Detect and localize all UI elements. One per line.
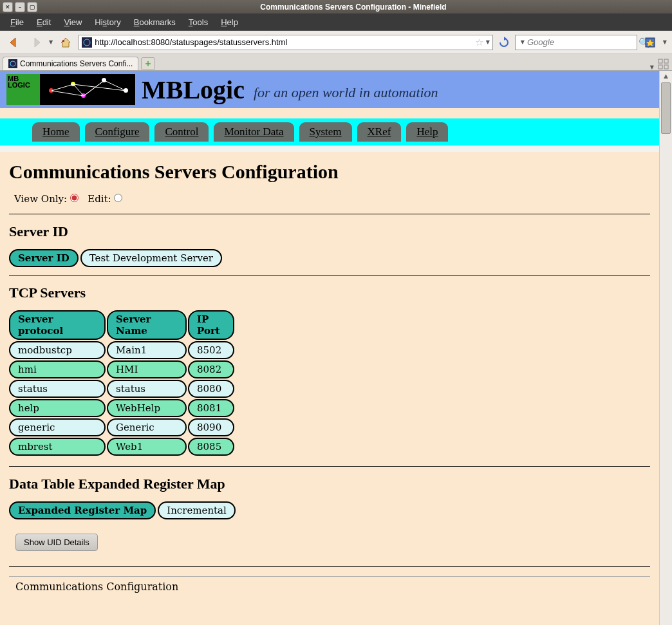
menu-help[interactable]: Help: [216, 16, 243, 28]
table-row: status status 8080: [9, 380, 650, 398]
tcp-servers-heading: TCP Servers: [9, 285, 650, 301]
tcp-header-protocol: Server protocol: [9, 310, 106, 340]
table-row: modbustcp Main1 8502: [9, 341, 650, 359]
menu-tools[interactable]: Tools: [183, 16, 213, 28]
svg-rect-10: [658, 59, 662, 63]
table-row: help WebHelp 8081: [9, 399, 650, 417]
bookmarks-sidebar-button[interactable]: [641, 33, 659, 51]
server-id-label: Server ID: [9, 249, 79, 267]
server-id-value: Test Development Server: [80, 249, 222, 267]
new-tab-button[interactable]: ＋: [141, 57, 155, 70]
home-button[interactable]: [57, 33, 75, 51]
edit-radio[interactable]: [114, 194, 122, 202]
nav-help[interactable]: Help: [406, 122, 448, 142]
tabs-dropdown[interactable]: ▼: [650, 64, 654, 70]
svg-rect-1: [82, 37, 92, 48]
nav-system[interactable]: System: [299, 122, 352, 142]
menu-history[interactable]: History: [89, 16, 126, 28]
page-title: Communications Servers Configuration: [9, 161, 650, 183]
star-bookmark-icon[interactable]: ☆: [475, 37, 483, 48]
svg-rect-13: [664, 65, 668, 69]
url-bar-container[interactable]: ☆ ▼: [79, 35, 493, 50]
tcp-header-port: IP Port: [188, 310, 234, 340]
overflow-dropdown[interactable]: ▼: [663, 39, 667, 45]
svg-rect-8: [8, 59, 17, 68]
reload-button[interactable]: [497, 33, 511, 51]
brand-title: MBLogic: [142, 75, 245, 105]
show-uid-details-button[interactable]: Show UID Details: [15, 534, 98, 551]
search-box[interactable]: ▼ 🔍: [515, 35, 637, 50]
url-input[interactable]: [95, 37, 472, 47]
menu-bookmarks[interactable]: Bookmarks: [129, 16, 181, 28]
nav-home[interactable]: Home: [32, 122, 80, 142]
menu-bar: File Edit View History Bookmarks Tools H…: [0, 14, 672, 31]
svg-rect-0: [62, 40, 64, 42]
view-only-label: View Only:: [14, 193, 67, 205]
window-minimize-button[interactable]: –: [15, 2, 25, 12]
regmap-value: Incremental: [158, 501, 236, 519]
tab-groups-icon[interactable]: [658, 59, 669, 70]
url-dropdown[interactable]: ▼: [486, 39, 490, 45]
nav-history-dropdown[interactable]: ▼: [49, 39, 53, 45]
regmap-heading: Data Table Expanded Register Map: [9, 476, 650, 492]
brand-tagline: for an open world in automation: [254, 84, 438, 101]
search-engine-dropdown[interactable]: ▼: [521, 39, 525, 45]
table-row: hmi HMI 8082: [9, 360, 650, 378]
table-row: mbrest Web1 8085: [9, 438, 650, 456]
window-close-button[interactable]: ✕: [3, 2, 13, 12]
menu-edit[interactable]: Edit: [32, 16, 56, 28]
nav-control[interactable]: Control: [154, 122, 209, 142]
table-row: generic Generic 8090: [9, 418, 650, 436]
site-favicon-icon: [82, 37, 92, 48]
svg-rect-11: [664, 59, 668, 63]
nav-configure[interactable]: Configure: [85, 122, 150, 142]
window-title: Communications Servers Configuration - M…: [37, 3, 669, 12]
forward-button: [27, 33, 45, 51]
tcp-header-name: Server Name: [107, 310, 187, 340]
menu-file[interactable]: File: [5, 16, 29, 28]
footer-text: Communications Configuration: [9, 576, 650, 597]
scrollbar[interactable]: ▲: [659, 71, 672, 625]
tab-title: Communications Servers Confi...: [20, 59, 133, 68]
back-button[interactable]: [5, 33, 23, 51]
browser-tab[interactable]: Communications Servers Confi...: [3, 57, 138, 70]
svg-rect-12: [658, 65, 662, 69]
search-input[interactable]: [527, 37, 636, 47]
regmap-label: Expanded Register Map: [9, 501, 156, 519]
menu-view[interactable]: View: [59, 16, 87, 28]
window-maximize-button[interactable]: ▢: [27, 2, 37, 12]
edit-label: Edit:: [88, 193, 111, 205]
brand-logo: MBLOGIC: [6, 74, 135, 105]
tab-favicon-icon: [8, 59, 17, 68]
server-id-heading: Server ID: [9, 223, 650, 240]
nav-monitor-data[interactable]: Monitor Data: [214, 122, 294, 142]
nav-bar: Home Configure Control Monitor Data Syst…: [0, 118, 659, 145]
view-only-radio[interactable]: [70, 194, 79, 202]
tcp-servers-table: Server protocol Server Name IP Port modb…: [9, 310, 650, 456]
nav-xref[interactable]: XRef: [357, 122, 402, 142]
